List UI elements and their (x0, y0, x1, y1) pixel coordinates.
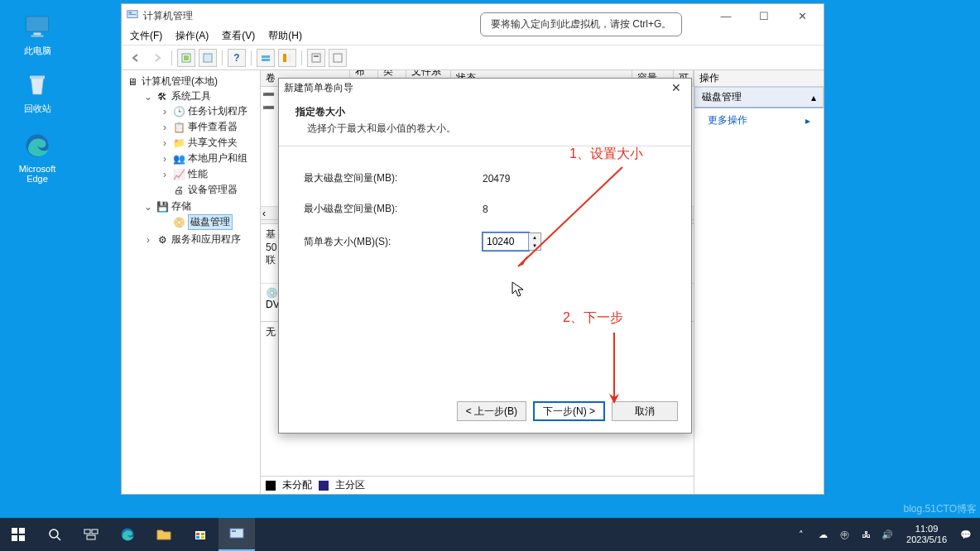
taskbar-edge[interactable] (109, 518, 146, 551)
tree-systools[interactable]: 系统工具 (171, 89, 211, 103)
back-button[interactable]: < 上一步(B) (457, 401, 526, 421)
next-button[interactable]: 下一步(N) > (533, 401, 605, 421)
legend-primary: 主分区 (335, 478, 365, 492)
tree-diskmgmt[interactable]: 磁盘管理 (188, 214, 233, 230)
minimize-button[interactable]: ― (709, 6, 742, 26)
svg-rect-1 (34, 33, 41, 36)
legend-swatch-primary (319, 481, 329, 491)
navigation-tree[interactable]: 🖥计算机管理(本地) ⌄🛠系统工具 ›🕒任务计划程序 ›📋事件查看器 ›📁共享文… (122, 70, 261, 494)
actions-more[interactable]: 更多操作 ▸ (694, 108, 824, 132)
taskbar-store[interactable] (182, 518, 219, 551)
search-button[interactable] (36, 518, 73, 551)
tree-expand-icon[interactable]: › (160, 153, 170, 165)
forward-button[interactable] (148, 49, 166, 67)
menu-help[interactable]: 帮助(H) (268, 29, 302, 43)
device-icon: 🖨 (173, 184, 185, 196)
svg-rect-29 (92, 529, 98, 534)
tree-eventviewer[interactable]: 事件查看器 (188, 120, 238, 134)
services-icon: ⚙ (156, 234, 168, 246)
taskbar-compmgmt[interactable] (219, 518, 255, 551)
tree-devmgr[interactable]: 设备管理器 (188, 183, 238, 197)
wizard-heading: 指定卷大小 (295, 105, 675, 119)
cancel-button[interactable]: 取消 (612, 401, 678, 421)
tree-root[interactable]: 计算机管理(本地) (142, 74, 218, 89)
window-titlebar[interactable]: 计算机管理 ― ☐ ✕ (122, 4, 824, 27)
desktop-icon-this-pc[interactable]: 此电脑 (8, 12, 66, 57)
task-view-button[interactable] (73, 518, 109, 551)
tree-tasksched[interactable]: 任务计划程序 (188, 104, 247, 118)
toolbar-button[interactable] (177, 49, 195, 67)
folder-icon: 📁 (173, 137, 185, 149)
menu-bar: 文件(F) 操作(A) 查看(V) 帮助(H) (122, 27, 824, 46)
svg-rect-17 (334, 54, 342, 62)
toolbar-button[interactable] (257, 49, 275, 67)
legend: 未分配 主分区 (261, 476, 694, 494)
toolbar-button[interactable] (329, 49, 347, 67)
svg-rect-24 (12, 535, 17, 541)
maximize-button[interactable]: ☐ (747, 6, 781, 26)
perf-icon: 📈 (173, 169, 185, 180)
taskbar-clock[interactable]: 11:09 2023/5/16 (901, 524, 952, 545)
tree-collapse-icon[interactable]: ⌄ (143, 201, 153, 213)
toolbar-button[interactable] (307, 49, 325, 67)
tree-perf[interactable]: 性能 (188, 167, 208, 181)
toolbar-button[interactable] (278, 49, 296, 67)
tree-expand-icon[interactable]: › (143, 234, 153, 246)
spinner-buttons[interactable]: ▲ ▼ (529, 232, 541, 251)
menu-file[interactable]: 文件(F) (130, 29, 162, 43)
tray-ime-icon[interactable]: ㊥ (837, 529, 852, 541)
svg-rect-38 (232, 530, 236, 532)
wizard-titlebar[interactable]: 新建简单卷向导 ✕ (279, 79, 691, 97)
svg-rect-13 (283, 54, 286, 62)
tray-volume-icon[interactable]: 🔊 (880, 529, 895, 540)
spin-down-icon[interactable]: ▼ (529, 242, 540, 250)
taskbar[interactable]: ˄ ☁ ㊥ 🖧 🔊 11:09 2023/5/16 💬 (0, 518, 980, 551)
clock-time: 11:09 (906, 524, 947, 534)
menu-action[interactable]: 操作(A) (175, 29, 209, 43)
clock-icon: 🕒 (173, 106, 185, 117)
volume-row[interactable]: ➖ (262, 102, 275, 113)
svg-rect-36 (201, 536, 204, 539)
tray-network-icon[interactable]: 🖧 (858, 529, 873, 539)
tree-expand-icon[interactable]: › (160, 137, 170, 149)
actions-pane: 操作 磁盘管理 ▴ 更多操作 ▸ (694, 70, 824, 494)
volume-row[interactable]: ➖ (262, 89, 275, 100)
desktop-icon-recycle[interactable]: 回收站 (8, 69, 66, 115)
tree-expand-icon[interactable]: › (160, 169, 170, 180)
tree-services[interactable]: 服务和应用程序 (171, 232, 241, 247)
app-icon (127, 9, 138, 23)
actions-section[interactable]: 磁盘管理 ▴ (694, 87, 824, 108)
tree-expand-icon[interactable]: › (160, 122, 170, 133)
spin-up-icon[interactable]: ▲ (529, 233, 540, 242)
svg-rect-14 (287, 54, 291, 62)
wizard-header: 指定卷大小 选择介于最大和最小值的卷大小。 (279, 97, 691, 146)
tray-notifications-icon[interactable]: 💬 (958, 529, 973, 540)
menu-view[interactable]: 查看(V) (222, 29, 255, 43)
actions-title: 操作 (694, 70, 824, 87)
toolbar-button[interactable] (199, 49, 217, 67)
actions-more-label: 更多操作 (708, 113, 747, 127)
svg-rect-30 (87, 535, 95, 539)
start-button[interactable] (0, 518, 36, 551)
storage-icon: 💾 (156, 201, 168, 213)
tree-shared[interactable]: 共享文件夹 (188, 136, 238, 150)
svg-rect-6 (129, 12, 132, 13)
mgmt-root-icon: 🖥 (127, 76, 138, 88)
tree-collapse-icon[interactable]: ⌄ (143, 91, 153, 103)
chevron-up-icon: ▴ (811, 92, 816, 103)
volume-size-input[interactable] (483, 232, 529, 251)
close-button[interactable]: ✕ (785, 6, 819, 26)
help-button[interactable]: ? (228, 49, 246, 67)
tree-storage[interactable]: 存储 (171, 199, 191, 213)
wizard-close-button[interactable]: ✕ (666, 81, 686, 94)
tray-overflow-icon[interactable]: ˄ (794, 529, 809, 540)
tools-icon: 🛠 (156, 91, 168, 103)
svg-rect-23 (19, 528, 25, 534)
back-button[interactable] (127, 49, 145, 67)
taskbar-explorer[interactable] (146, 518, 182, 551)
edge-icon (22, 131, 52, 161)
tree-localusers[interactable]: 本地用户和组 (188, 151, 247, 165)
desktop-icon-edge[interactable]: Microsoft Edge (8, 131, 66, 184)
tray-onedrive-icon[interactable]: ☁ (815, 529, 830, 540)
tree-expand-icon[interactable]: › (160, 106, 170, 117)
